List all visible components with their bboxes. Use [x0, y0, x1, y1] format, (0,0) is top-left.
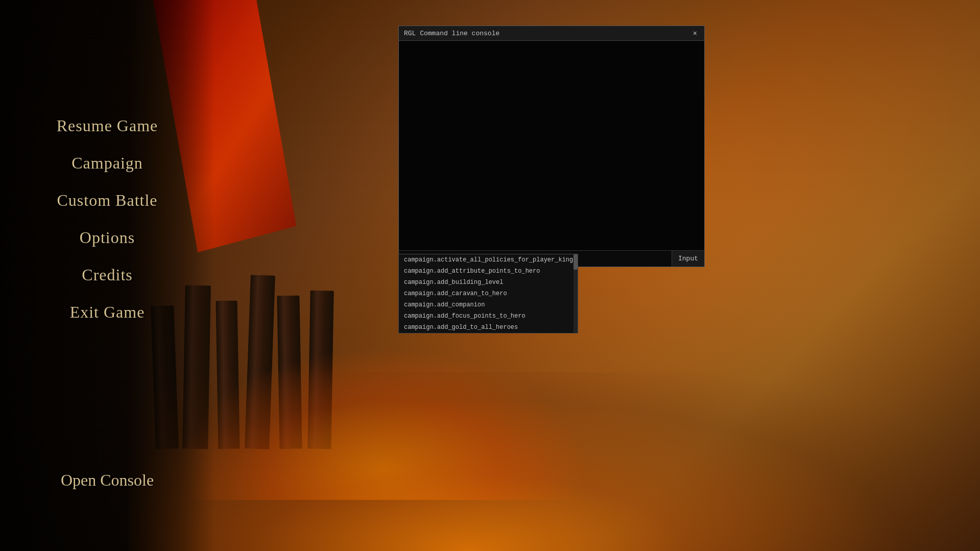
autocomplete-item-5[interactable]: campaign.add_focus_points_to_hero [399, 310, 578, 322]
autocomplete-item-4[interactable]: campaign.add_companion [399, 299, 578, 310]
autocomplete-item-3[interactable]: campaign.add_caravan_to_hero [399, 288, 578, 299]
menu-item-exit-game[interactable]: Exit Game [0, 294, 214, 331]
autocomplete-dropdown: campaign.activate_all_policies_for_playe… [398, 254, 578, 333]
ground-fire-glow [128, 372, 980, 551]
console-titlebar: RGL Command line console × [399, 26, 704, 41]
menu-item-resume-game[interactable]: Resume Game [0, 107, 214, 145]
autocomplete-item-0[interactable]: campaign.activate_all_policies_for_playe… [399, 254, 578, 266]
open-console-button[interactable]: Open Console [0, 471, 214, 490]
autocomplete-scrollbar-thumb [573, 254, 578, 270]
menu-item-credits[interactable]: Credits [0, 256, 214, 294]
console-close-button[interactable]: × [691, 29, 699, 37]
main-menu: Resume Game Campaign Custom Battle Optio… [0, 107, 214, 331]
console-window: RGL Command line console × Input [398, 26, 705, 267]
autocomplete-item-6[interactable]: campaign.add_gold_to_all_heroes [399, 322, 578, 333]
menu-item-options[interactable]: Options [0, 219, 214, 256]
menu-item-campaign[interactable]: Campaign [0, 145, 214, 182]
console-title: RGL Command line console [404, 30, 499, 37]
autocomplete-item-2[interactable]: campaign.add_building_level [399, 277, 578, 288]
console-input-label: Input [672, 251, 704, 267]
autocomplete-item-1[interactable]: campaign.add_attribute_points_to_hero [399, 266, 578, 277]
autocomplete-scrollbar[interactable] [573, 254, 578, 333]
console-output-area [399, 41, 704, 250]
menu-item-custom-battle[interactable]: Custom Battle [0, 182, 214, 219]
